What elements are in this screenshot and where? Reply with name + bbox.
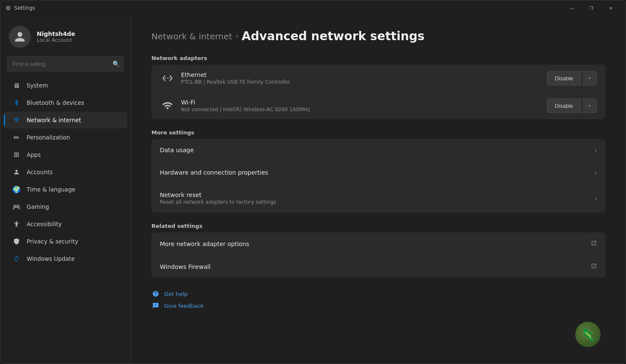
sidebar-item-label: Windows Update (27, 255, 74, 262)
give-feedback-icon (151, 301, 160, 310)
breadcrumb-current: Advanced network settings (242, 29, 424, 43)
sidebar-item-privacy[interactable]: Privacy & security (4, 233, 127, 250)
sidebar-item-label: Personalization (27, 134, 70, 141)
gaming-icon: 🎮 (12, 203, 21, 211)
sidebar-item-windows-update[interactable]: Windows Update (4, 250, 127, 267)
breadcrumb-parent[interactable]: Network & internet (151, 31, 232, 41)
network-reset-title: Network reset (160, 192, 594, 198)
wifi-desc: Not connected | Intel(R) Wireless-AC 926… (181, 107, 541, 112)
user-profile[interactable]: Nightsh4de Local Account (0, 16, 131, 56)
breadcrumb: Network & internet › Advanced network se… (151, 29, 605, 43)
more-settings-card: Data usage › Hardware and connection pro… (151, 139, 605, 213)
windows-firewall-title: Windows Firewall (160, 263, 591, 270)
windows-firewall-row[interactable]: Windows Firewall (151, 255, 605, 278)
wifi-chevron-down-icon (587, 103, 592, 108)
hardware-properties-row[interactable]: Hardware and connection properties › (151, 161, 605, 184)
wifi-row: Wi-Fi Not connected | Intel(R) Wireless-… (151, 92, 605, 119)
wifi-info: Wi-Fi Not connected | Intel(R) Wireless-… (181, 99, 541, 112)
user-name: Nightsh4de (37, 30, 75, 37)
network-reset-subtitle: Reset all network adapters to factory se… (160, 199, 594, 205)
apps-icon (12, 151, 21, 159)
user-info: Nightsh4de Local Account (37, 30, 75, 43)
data-usage-title: Data usage (160, 147, 594, 153)
personalization-icon: ✏ (12, 133, 21, 142)
sidebar-item-label: Gaming (27, 203, 49, 210)
sidebar-item-label: Accounts (27, 169, 53, 175)
ethernet-expand-button[interactable] (583, 71, 597, 85)
window-controls: — ❐ ✕ (562, 0, 621, 16)
bluetooth-icon (12, 99, 21, 107)
more-settings-label: More settings (151, 129, 605, 136)
sidebar-item-network[interactable]: Network & internet (4, 112, 127, 129)
network-icon (12, 116, 21, 124)
related-settings-label: Related settings (151, 223, 605, 229)
network-adapters-label: Network adapters (151, 55, 605, 61)
sidebar-item-label: System (27, 82, 48, 89)
sidebar-item-gaming[interactable]: 🎮 Gaming (4, 198, 127, 215)
ethernet-chevron-down-icon (587, 76, 592, 81)
sidebar-item-label: Network & internet (27, 117, 81, 123)
search-box: 🔍 (7, 56, 124, 71)
time-icon: 🌍 (12, 185, 21, 194)
windows-firewall-external-link-icon (591, 263, 597, 270)
settings-icon: ⚙ (5, 5, 11, 11)
windows-firewall-info: Windows Firewall (160, 263, 591, 270)
user-type: Local Account (37, 37, 75, 43)
windows-update-icon (12, 255, 21, 263)
minimize-button[interactable]: — (562, 0, 582, 16)
sidebar-item-label: Bluetooth & devices (27, 99, 84, 106)
ethernet-row: Ethernet PTCL-BB | Realtek USB FE Family… (151, 65, 605, 92)
more-adapter-external-link-icon (591, 240, 597, 247)
sidebar-nav: 🖥 System Bluetooth & devices Network & i… (0, 77, 131, 268)
wifi-icon (160, 98, 175, 113)
search-input[interactable] (7, 56, 124, 71)
sidebar-item-system[interactable]: 🖥 System (4, 77, 127, 94)
wifi-disable-button[interactable]: Disable (547, 99, 581, 113)
give-feedback-link[interactable]: Give feedback (151, 301, 203, 310)
ethernet-disable-button[interactable]: Disable (547, 71, 581, 85)
wifi-expand-button[interactable] (583, 99, 597, 113)
accessibility-icon (12, 220, 21, 228)
data-usage-row[interactable]: Data usage › (151, 139, 605, 161)
get-help-icon (151, 290, 160, 298)
maximize-button[interactable]: ❐ (582, 0, 601, 16)
sidebar-item-accessibility[interactable]: Accessibility (4, 216, 127, 233)
more-adapter-options-title: More network adapter options (160, 241, 591, 247)
hardware-properties-chevron-icon: › (594, 169, 597, 176)
network-adapters-card: Ethernet PTCL-BB | Realtek USB FE Family… (151, 65, 605, 119)
hardware-properties-info: Hardware and connection properties (160, 169, 594, 176)
sidebar-item-personalization[interactable]: ✏ Personalization (4, 129, 127, 146)
sidebar-item-time[interactable]: 🌍 Time & language (4, 181, 127, 198)
ethernet-icon (160, 71, 175, 86)
related-settings-card: More network adapter options Windows Fir… (151, 233, 605, 278)
get-help-label: Get help (164, 291, 187, 297)
sidebar-item-label: Privacy & security (27, 238, 78, 245)
network-reset-info: Network reset Reset all network adapters… (160, 192, 594, 205)
sidebar-item-bluetooth[interactable]: Bluetooth & devices (4, 94, 127, 111)
network-reset-row[interactable]: Network reset Reset all network adapters… (151, 184, 605, 213)
sidebar-item-label: Time & language (27, 186, 75, 193)
more-adapter-options-row[interactable]: More network adapter options (151, 233, 605, 255)
system-icon: 🖥 (12, 81, 21, 90)
more-adapter-options-info: More network adapter options (160, 241, 591, 247)
sidebar-item-label: Accessibility (27, 221, 62, 227)
ethernet-name: Ethernet (181, 71, 541, 78)
wifi-name: Wi-Fi (181, 99, 541, 106)
privacy-icon (12, 237, 21, 246)
main-content: Network & internet › Advanced network se… (131, 16, 626, 364)
sidebar-item-accounts[interactable]: Accounts (4, 164, 127, 181)
user-avatar-icon (14, 31, 26, 43)
network-reset-chevron-icon: › (594, 195, 597, 202)
get-help-link[interactable]: Get help (151, 290, 187, 298)
hardware-properties-title: Hardware and connection properties (160, 169, 594, 176)
title-bar: ⚙ Settings — ❐ ✕ (0, 0, 626, 16)
close-button[interactable]: ✕ (601, 0, 621, 16)
decorative-mascot: 🦎 (575, 322, 601, 347)
give-feedback-label: Give feedback (164, 303, 203, 309)
window-title: Settings (14, 5, 562, 11)
footer-links: Get help Give feedback (151, 290, 605, 310)
sidebar: Nightsh4de Local Account 🔍 🖥 System (0, 16, 131, 364)
accounts-icon (12, 168, 21, 176)
data-usage-info: Data usage (160, 147, 594, 153)
sidebar-item-apps[interactable]: Apps (4, 146, 127, 163)
